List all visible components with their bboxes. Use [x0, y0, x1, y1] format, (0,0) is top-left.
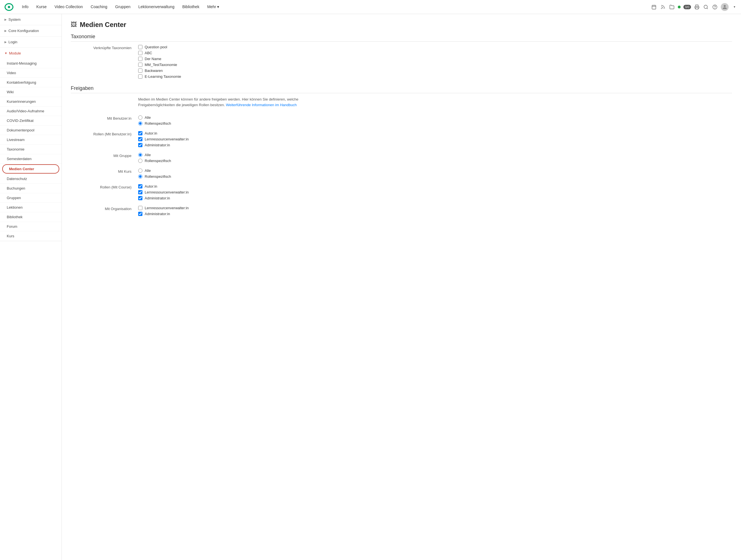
status-dot	[678, 6, 681, 8]
handbuch-link[interactable]: Weiterführende Informationen im Handbuch	[226, 103, 296, 107]
nav-item-gruppen[interactable]: Gruppen	[111, 0, 134, 14]
mit-gruppe-radio-1[interactable]	[138, 159, 142, 163]
chevron-down-icon[interactable]: ▾	[731, 4, 738, 10]
mit-benutzer-label-1: Rollenspezifisch	[145, 121, 171, 126]
mit-benutzer-radio-1[interactable]	[138, 121, 142, 126]
sidebar-item-kurserinnerungen[interactable]: Kurserinnerungen	[0, 97, 62, 107]
mit-gruppe-row: Mit Gruppe AlleRollenspezifisch	[71, 153, 732, 164]
sidebar-item-datenschutz[interactable]: Datenschutz	[0, 174, 62, 184]
nav-item-kurse[interactable]: Kurse	[32, 0, 51, 14]
sidebar-item-video[interactable]: Video	[0, 68, 62, 78]
mit-benutzer-item-0: Alle	[138, 116, 732, 120]
folder-icon[interactable]	[669, 4, 675, 10]
mit-benutzer-radio-0[interactable]	[138, 116, 142, 120]
app-logo[interactable]	[3, 1, 15, 13]
sidebar-item-audio-video-aufnahme[interactable]: Audio/Video-Aufnahme	[0, 107, 62, 116]
mit-organisation-label-0: Lernressourcenverwalter:in	[145, 206, 189, 210]
sidebar-section-core-header[interactable]: ▶ Core Konfiguration	[0, 25, 62, 36]
rollen-benutzer-item-2: Administrator:in	[138, 143, 732, 147]
page-title: Medien Center	[80, 21, 126, 29]
taxonomy-item-2: Der Name	[138, 57, 732, 61]
taxonomy-checkbox-2[interactable]	[138, 57, 142, 61]
rss-icon[interactable]	[660, 4, 666, 10]
chevron-right-icon: ▶	[4, 41, 7, 44]
sidebar-item-forum[interactable]: Forum	[0, 222, 62, 231]
sidebar-item-lektionen[interactable]: Lektionen	[0, 203, 62, 212]
nav-item-mehr[interactable]: Mehr ▾	[203, 0, 223, 14]
sidebar-section-system-label: System	[8, 17, 20, 22]
rollen-course-label-2: Administrator:in	[145, 196, 170, 200]
calendar-icon[interactable]	[651, 4, 657, 10]
taxonomy-checkbox-1[interactable]	[138, 51, 142, 55]
section-title-freigaben: Freigaben	[71, 85, 732, 93]
sidebar-item-instant-messaging[interactable]: Instant-Messaging	[0, 59, 62, 68]
sidebar-section-core: ▶ Core Konfiguration	[0, 25, 62, 37]
nav-item-info[interactable]: Info	[18, 0, 32, 14]
nav-item-bibliothek[interactable]: Bibliothek	[178, 0, 203, 14]
mit-gruppe-radio-0[interactable]	[138, 153, 142, 157]
section-title-taxonomie: Taxonomie	[71, 34, 732, 42]
taxonomy-checkbox-5[interactable]	[138, 74, 142, 79]
sidebar-section-login-header[interactable]: ▶ Login	[0, 37, 62, 48]
sidebar-section-module-label: Module	[9, 51, 21, 55]
sidebar-item-dokumentenpool[interactable]: Dokumentenpool	[0, 126, 62, 135]
search-icon[interactable]	[703, 4, 709, 10]
taxonomy-checkbox-3[interactable]	[138, 63, 142, 67]
rollen-course-checkbox-2[interactable]	[138, 196, 142, 200]
rollen-mit-course-row: Rollen (Mit Course) Autor:inLernressourc…	[71, 184, 732, 202]
svg-rect-6	[696, 7, 698, 9]
nav-item-video-collection[interactable]: Video Collection	[51, 0, 87, 14]
rollen-benutzer-checkbox-1[interactable]	[138, 137, 142, 141]
rollen-benutzer-checkbox-0[interactable]	[138, 131, 142, 135]
sidebar-item-taxonomie[interactable]: Taxonomie	[0, 145, 62, 154]
sidebar-item-medien-center[interactable]: Medien Center	[2, 164, 59, 173]
rollen-benutzer-label-1: Lernressourcenverwalter:in	[145, 137, 189, 141]
mit-gruppe-label-1: Rollenspezifisch	[145, 159, 171, 163]
svg-rect-1	[652, 5, 656, 9]
help-icon[interactable]	[712, 4, 718, 10]
sidebar-section-login: ▶ Login	[0, 37, 62, 48]
chevron-right-icon: ▶	[4, 29, 7, 32]
rollen-benutzer-item-0: Autor:in	[138, 131, 732, 135]
sidebar-item-kurs[interactable]: Kurs	[0, 231, 62, 241]
rollen-mit-benutzer-items: Autor:inLernressourcenverwalter:inAdmini…	[138, 131, 732, 149]
mit-organisation-checkbox-1[interactable]	[138, 212, 142, 216]
printer-icon[interactable]	[694, 4, 700, 10]
nav-item-lektionenverwaltung[interactable]: Lektionenverwaltung	[135, 0, 178, 14]
sidebar-item-buchungen[interactable]: Buchungen	[0, 184, 62, 193]
mit-kurs-options: AlleRollenspezifisch	[138, 168, 732, 180]
sidebar-item-wiki[interactable]: Wiki	[0, 87, 62, 97]
main-layout: ▶ System ▶ Core Konfiguration ▶ Login ▼ …	[0, 14, 741, 560]
rollen-benutzer-checkbox-2[interactable]	[138, 143, 142, 147]
avatar[interactable]	[721, 3, 729, 11]
rollen-benutzer-label-2: Administrator:in	[145, 143, 170, 147]
taxonomy-checkbox-0[interactable]	[138, 45, 142, 49]
sidebar-item-semesterdaten[interactable]: Semesterdaten	[0, 154, 62, 164]
sidebar-section-module-header[interactable]: ▼ Module	[0, 48, 62, 59]
sidebar-item-kontaktverfolgung[interactable]: Kontaktverfolgung	[0, 78, 62, 87]
taxonomie-label: Verknüpfte Taxonomien	[71, 45, 138, 50]
sidebar-item-gruppen[interactable]: Gruppen	[0, 193, 62, 203]
chevron-right-icon: ▶	[4, 18, 7, 21]
rollen-benutzer-label-0: Autor:in	[145, 131, 157, 135]
nav-item-coaching[interactable]: Coaching	[87, 0, 111, 14]
rollen-course-checkbox-1[interactable]	[138, 190, 142, 194]
svg-point-0	[8, 6, 10, 8]
sidebar-section-system-header[interactable]: ▶ System	[0, 14, 62, 25]
rollen-course-checkbox-0[interactable]	[138, 184, 142, 189]
rollen-mit-course-label: Rollen (Mit Course)	[71, 184, 138, 189]
sidebar-item-livestream[interactable]: Livestream	[0, 135, 62, 145]
taxonomy-checkbox-4[interactable]	[138, 69, 142, 73]
taxonomy-label-3: MM_TestTaxonomie	[145, 63, 177, 67]
mit-kurs-radio-0[interactable]	[138, 168, 142, 173]
mit-gruppe-options: AlleRollenspezifisch	[138, 153, 732, 164]
sidebar-section-module: ▼ Module Instant-MessagingVideoKontaktve…	[0, 48, 62, 241]
mit-benutzer-options: AlleRollenspezifisch	[138, 116, 732, 127]
mit-organisation-checkbox-0[interactable]	[138, 206, 142, 210]
mit-kurs-radio-1[interactable]	[138, 174, 142, 179]
rollen-mit-benutzer-label: Rollen (Mit Benutzer:in)	[71, 131, 138, 136]
svg-point-11	[724, 5, 726, 7]
main-content: 🖼 Medien Center Taxonomie Verknüpfte Tax…	[62, 14, 741, 560]
sidebar-item-bibliothek[interactable]: Bibliothek	[0, 212, 62, 222]
sidebar-item-covid-zertifikat[interactable]: COVID-Zertifikat	[0, 116, 62, 126]
